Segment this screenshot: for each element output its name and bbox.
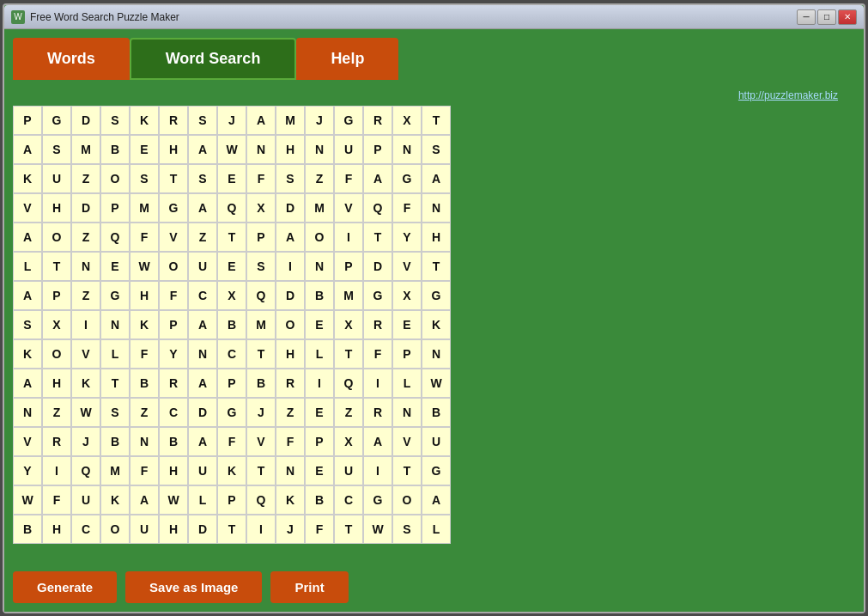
grid-cell: S (100, 106, 130, 135)
grid-cell: N (188, 339, 217, 369)
close-button[interactable]: ✕ (838, 9, 857, 25)
grid-cell: F (246, 164, 276, 193)
minimize-button[interactable]: ─ (797, 9, 816, 25)
grid-cell: T (246, 456, 276, 485)
tab-words[interactable]: Words (13, 38, 130, 80)
grid-cell: T (217, 223, 246, 252)
grid-cell: L (188, 485, 217, 515)
grid-cell: C (334, 485, 363, 515)
grid-cell: S (392, 515, 422, 544)
grid-cell: D (276, 281, 305, 310)
grid-cell: I (334, 223, 363, 252)
grid-cell: W (363, 515, 392, 544)
grid-cell: I (363, 369, 392, 398)
print-button[interactable]: Print (270, 571, 348, 603)
grid-cell: V (392, 427, 422, 456)
grid-cell: S (100, 398, 130, 427)
grid-cell: A (13, 223, 42, 252)
grid-cell: K (71, 369, 100, 398)
grid-cell: U (130, 515, 159, 544)
grid-cell: H (159, 135, 188, 164)
website-link[interactable]: http://puzzlemaker.biz (738, 89, 838, 101)
grid-cell: L (100, 339, 130, 369)
word-search-grid: PGDSKRSJAMJGRXTASMBEHAWNHNUPNSKUZOSTSEFS… (13, 106, 451, 544)
grid-cell: J (217, 106, 246, 135)
grid-cell: C (217, 339, 246, 369)
tab-help[interactable]: Help (296, 38, 398, 80)
grid-cell: D (276, 193, 305, 223)
grid-cell: N (130, 427, 159, 456)
grid-cell: Z (71, 223, 100, 252)
grid-cell: H (159, 456, 188, 485)
grid-cell: G (392, 164, 422, 193)
save-image-button[interactable]: Save as Image (125, 571, 262, 603)
grid-cell: V (159, 223, 188, 252)
grid-cell: T (334, 515, 363, 544)
grid-cell: S (188, 106, 217, 135)
grid-cell: T (334, 339, 363, 369)
grid-cell: R (363, 398, 392, 427)
grid-cell: N (13, 398, 42, 427)
grid-cell: M (100, 456, 130, 485)
grid-cell: Q (246, 485, 276, 515)
grid-cell: B (305, 281, 334, 310)
grid-cell: F (159, 281, 188, 310)
grid-cell: G (217, 398, 246, 427)
grid-cell: M (130, 193, 159, 223)
grid-cell: L (305, 339, 334, 369)
grid-cell: T (246, 339, 276, 369)
grid-cell: V (13, 427, 42, 456)
maximize-button[interactable]: □ (817, 9, 836, 25)
grid-cell: B (217, 310, 246, 339)
grid-cell: E (305, 398, 334, 427)
grid-cell: M (305, 193, 334, 223)
grid-cell: Q (71, 456, 100, 485)
grid-cell: D (71, 193, 100, 223)
tab-word-search[interactable]: Word Search (130, 38, 297, 80)
grid-cell: J (246, 398, 276, 427)
grid-cell: X (42, 310, 71, 339)
grid-cell: F (334, 164, 363, 193)
grid-cell: A (188, 369, 217, 398)
grid-cell: A (188, 427, 217, 456)
grid-cell: G (159, 193, 188, 223)
url-bar: http://puzzlemaker.biz (13, 87, 855, 102)
grid-cell: V (71, 339, 100, 369)
grid-cell: N (422, 193, 451, 223)
grid-cell: U (188, 456, 217, 485)
grid-cell: Q (217, 193, 246, 223)
grid-cell: B (100, 135, 130, 164)
generate-button[interactable]: Generate (13, 571, 117, 603)
grid-cell: A (246, 106, 276, 135)
grid-cell: P (246, 223, 276, 252)
grid-cell: X (392, 106, 422, 135)
grid-cell: B (305, 485, 334, 515)
grid-cell: G (42, 106, 71, 135)
grid-cell: F (130, 456, 159, 485)
grid-cell: L (422, 515, 451, 544)
grid-cell: V (392, 252, 422, 281)
grid-cell: O (392, 485, 422, 515)
grid-cell: Q (334, 369, 363, 398)
grid-cell: A (13, 281, 42, 310)
grid-cell: N (392, 135, 422, 164)
grid-cell: O (305, 223, 334, 252)
grid-cell: U (42, 164, 71, 193)
grid-cell: P (159, 310, 188, 339)
grid-cell: S (130, 164, 159, 193)
grid-cell: F (392, 193, 422, 223)
grid-cell: Z (42, 398, 71, 427)
grid-cell: W (217, 135, 246, 164)
grid-cell: F (130, 223, 159, 252)
grid-cell: S (42, 135, 71, 164)
grid-cell: F (305, 515, 334, 544)
grid-cell: E (305, 310, 334, 339)
grid-cell: N (305, 252, 334, 281)
bottom-bar: Generate Save as Image Print (4, 563, 864, 612)
grid-cell: F (217, 427, 246, 456)
tab-bar: Words Word Search Help (13, 38, 855, 80)
grid-cell: J (71, 427, 100, 456)
grid-cell: A (13, 369, 42, 398)
grid-cell: C (71, 515, 100, 544)
grid-cell: J (276, 515, 305, 544)
